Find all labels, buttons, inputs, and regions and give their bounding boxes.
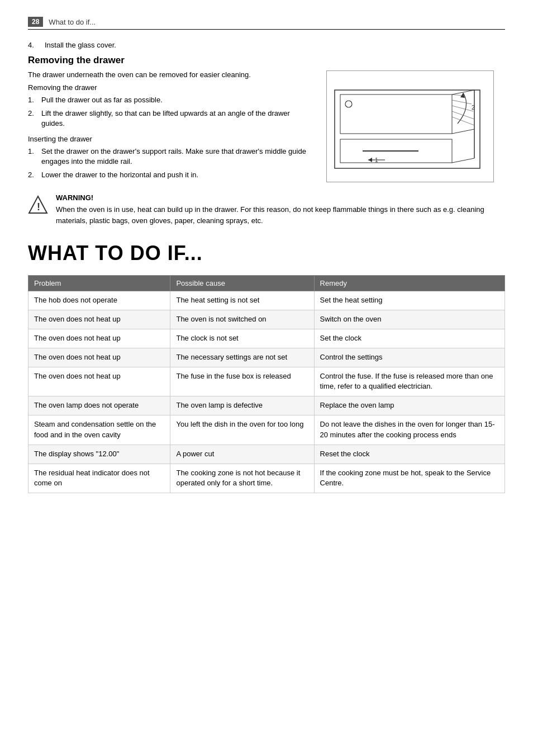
cell-cause: The necessary settings are not set	[170, 348, 314, 367]
svg-rect-0	[335, 90, 480, 168]
removing-step-2-text: Lift the drawer slightly, so that can be…	[41, 108, 315, 129]
cell-cause: The fuse in the fuse box is released	[170, 367, 314, 396]
svg-rect-1	[340, 94, 452, 134]
removing-steps-list: 1. Pull the drawer out as far as possibl…	[28, 95, 315, 129]
header-bar: 28 What to do if...	[28, 17, 505, 30]
cell-problem: The residual heat indicator does not com…	[28, 464, 170, 493]
top-step-num: 4.	[28, 41, 39, 49]
oven-diagram: 1 2	[326, 70, 494, 182]
inserting-label: Inserting the drawer	[28, 135, 315, 143]
table-row: The oven does not heat upThe oven is not…	[28, 310, 505, 329]
inserting-step-1: 1. Set the drawer on the drawer's suppor…	[28, 147, 315, 167]
cell-problem: Steam and condensation settle on the foo…	[28, 415, 170, 445]
inserting-steps-list: 1. Set the drawer on the drawer's suppor…	[28, 147, 315, 181]
svg-marker-6	[368, 158, 372, 162]
inserting-step-2-num: 2.	[28, 170, 37, 180]
table-row: The oven does not heat upThe clock is no…	[28, 329, 505, 348]
cell-cause: The oven is not switched on	[170, 310, 314, 329]
cell-cause: The heat setting is not set	[170, 291, 314, 310]
right-column: 1 2	[326, 70, 505, 186]
what-to-do-heading: WHAT TO DO IF...	[28, 242, 505, 265]
cell-remedy: Set the clock	[314, 329, 505, 348]
cell-problem: The oven does not heat up	[28, 310, 170, 329]
warning-box: ! WARNING! When the oven is in use, heat…	[28, 193, 505, 226]
inserting-step-2-text: Lower the drawer to the horizontal and p…	[41, 170, 198, 180]
cell-cause: The oven lamp is defective	[170, 396, 314, 415]
svg-line-13	[452, 158, 474, 163]
table-header-row: Problem Possible cause Remedy	[28, 276, 505, 291]
cell-remedy: Switch on the oven	[314, 310, 505, 329]
col-problem: Problem	[28, 276, 170, 291]
cell-cause: The clock is not set	[170, 329, 314, 348]
table-row: The oven does not heat upThe fuse in the…	[28, 367, 505, 396]
removing-drawer-heading: Removing the drawer	[28, 55, 505, 66]
table-row: The display shows "12.00"A power cutRese…	[28, 445, 505, 464]
removing-step-2: 2. Lift the drawer slightly, so that can…	[28, 108, 315, 129]
two-col-layout: The drawer underneath the oven can be re…	[28, 70, 505, 186]
inserting-step-2: 2. Lower the drawer to the horizontal an…	[28, 170, 315, 180]
cell-problem: The hob does not operate	[28, 291, 170, 310]
svg-point-2	[345, 101, 352, 107]
top-step: 4. Install the glass cover.	[28, 41, 505, 49]
cell-remedy: Replace the oven lamp	[314, 396, 505, 415]
cell-remedy: Control the fuse. If the fuse is release…	[314, 367, 505, 396]
cell-remedy: If the cooking zone must be hot, speak t…	[314, 464, 505, 493]
table-row: The oven lamp does not operateThe oven l…	[28, 396, 505, 415]
cell-problem: The oven lamp does not operate	[28, 396, 170, 415]
inserting-step-1-num: 1.	[28, 147, 37, 167]
cell-problem: The display shows "12.00"	[28, 445, 170, 464]
svg-line-16	[452, 100, 472, 104]
col-cause: Possible cause	[170, 276, 314, 291]
svg-text:1: 1	[375, 157, 378, 163]
cell-problem: The oven does not heat up	[28, 348, 170, 367]
warning-text: When the oven is in use, heat can build …	[56, 204, 505, 226]
removing-label: Removing the drawer	[28, 83, 315, 92]
trouble-table: Problem Possible cause Remedy The hob do…	[28, 275, 505, 493]
table-row: Steam and condensation settle on the foo…	[28, 415, 505, 445]
removing-step-1: 1. Pull the drawer out as far as possibl…	[28, 95, 315, 105]
top-step-text: Install the glass cover.	[45, 41, 116, 49]
table-row: The residual heat indicator does not com…	[28, 464, 505, 493]
warning-content: WARNING! When the oven is in use, heat c…	[56, 193, 505, 226]
col-remedy: Remedy	[314, 276, 505, 291]
table-row: The hob does not operateThe heat setting…	[28, 291, 505, 310]
header-title: What to do if...	[49, 18, 96, 26]
cell-remedy: Set the heat setting	[314, 291, 505, 310]
removing-step-1-num: 1.	[28, 95, 37, 105]
page-number: 28	[28, 17, 43, 27]
cell-remedy: Control the settings	[314, 348, 505, 367]
left-column: The drawer underneath the oven can be re…	[28, 70, 315, 186]
svg-text:!: !	[37, 201, 40, 212]
svg-line-15	[452, 94, 463, 96]
warning-icon: !	[28, 195, 48, 219]
removing-step-1-text: Pull the drawer out as far as possible.	[41, 95, 163, 105]
inserting-step-1-text: Set the drawer on the drawer's support r…	[41, 147, 315, 167]
svg-line-11	[452, 129, 474, 134]
cell-remedy: Do not leave the dishes in the oven for …	[314, 415, 505, 445]
cell-cause: The cooking zone is not hot because it o…	[170, 464, 314, 493]
warning-title: WARNING!	[56, 193, 505, 202]
removing-intro: The drawer underneath the oven can be re…	[28, 70, 315, 79]
table-row: The oven does not heat upThe necessary s…	[28, 348, 505, 367]
svg-line-17	[452, 106, 473, 111]
page-container: 28 What to do if... 4. Install the glass…	[0, 0, 533, 756]
cell-problem: The oven does not heat up	[28, 329, 170, 348]
cell-cause: You left the dish in the oven for too lo…	[170, 415, 314, 445]
cell-cause: A power cut	[170, 445, 314, 464]
cell-problem: The oven does not heat up	[28, 367, 170, 396]
cell-remedy: Reset the clock	[314, 445, 505, 464]
diagram-svg: 1 2	[329, 73, 491, 179]
removing-step-2-num: 2.	[28, 108, 37, 129]
